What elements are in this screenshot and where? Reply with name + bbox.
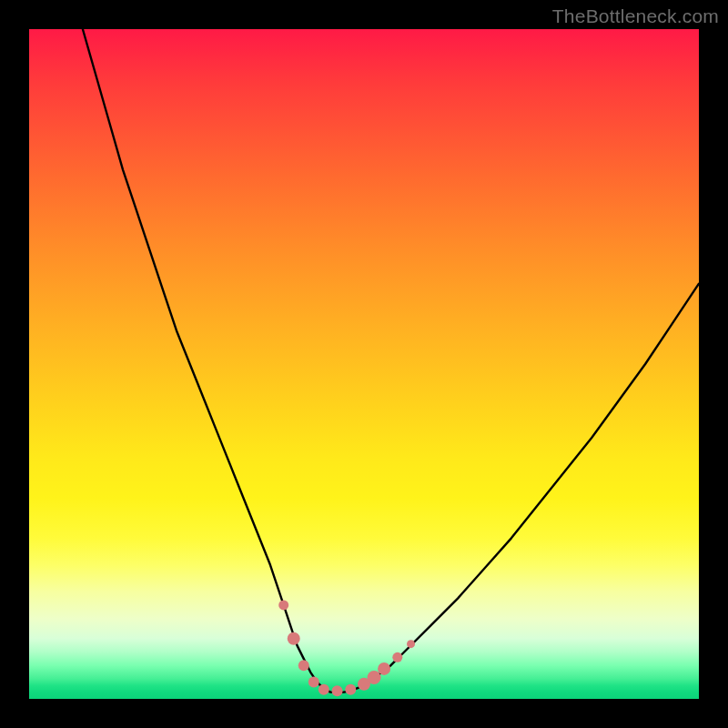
plot-area xyxy=(29,29,699,699)
curve-marker xyxy=(288,632,300,645)
curve-marker xyxy=(378,662,390,675)
curve-marker xyxy=(308,677,319,688)
chart-frame: TheBottleneck.com xyxy=(0,0,728,728)
curve-marker xyxy=(298,660,309,671)
curve-marker xyxy=(278,600,288,610)
curve-marker xyxy=(407,640,415,648)
curve-marker xyxy=(368,671,381,684)
watermark-text: TheBottleneck.com xyxy=(552,5,719,27)
bottleneck-curve-path xyxy=(83,29,699,693)
curve-marker xyxy=(332,685,343,696)
curve-marker xyxy=(345,684,356,695)
bottleneck-curve-svg xyxy=(29,29,699,699)
curve-marker xyxy=(392,652,402,662)
curve-marker xyxy=(318,684,329,695)
